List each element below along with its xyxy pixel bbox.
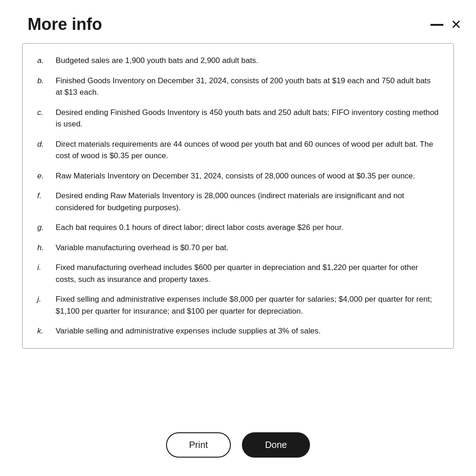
- item-text: Variable manufacturing overhead is $0.70…: [56, 242, 229, 254]
- done-button[interactable]: Done: [242, 432, 310, 458]
- list-item: e.Raw Materials Inventory on December 31…: [37, 170, 439, 182]
- list-item: b.Finished Goods Inventory on December 3…: [37, 75, 439, 98]
- list-item: d.Direct materials requirements are 44 o…: [37, 138, 439, 162]
- list-item: j.Fixed selling and administrative expen…: [37, 293, 439, 317]
- item-label: f.: [37, 190, 48, 213]
- page-title: More info: [28, 15, 102, 34]
- item-label: j.: [37, 293, 48, 317]
- item-text: Variable selling and administrative expe…: [56, 325, 321, 337]
- item-text: Budgeted sales are 1,900 youth bats and …: [56, 55, 258, 67]
- window-controls: ✕: [430, 15, 461, 31]
- list-item: c.Desired ending Finished Goods Inventor…: [37, 107, 439, 130]
- item-label: g.: [37, 222, 48, 234]
- list-item: h.Variable manufacturing overhead is $0.…: [37, 242, 439, 254]
- item-label: a.: [37, 55, 48, 67]
- list-item: k.Variable selling and administrative ex…: [37, 325, 439, 337]
- list-item: i.Fixed manufacturing overhead includes …: [37, 262, 439, 285]
- item-label: h.: [37, 242, 48, 254]
- item-text: Raw Materials Inventory on December 31, …: [56, 170, 415, 182]
- content-area: a.Budgeted sales are 1,900 youth bats an…: [0, 43, 476, 410]
- button-area: Print Done: [0, 410, 476, 476]
- print-button[interactable]: Print: [166, 432, 231, 458]
- item-label: d.: [37, 138, 48, 162]
- list-item: a.Budgeted sales are 1,900 youth bats an…: [37, 55, 439, 67]
- item-label: c.: [37, 107, 48, 130]
- item-text: Desired ending Finished Goods Inventory …: [56, 107, 439, 130]
- list-item: g.Each bat requires 0.1 hours of direct …: [37, 222, 439, 234]
- item-text: Fixed selling and administrative expense…: [56, 293, 439, 317]
- item-text: Direct materials requirements are 44 oun…: [56, 138, 439, 162]
- item-text: Finished Goods Inventory on December 31,…: [56, 75, 439, 98]
- close-button[interactable]: ✕: [451, 18, 461, 31]
- item-label: i.: [37, 262, 48, 285]
- item-label: k.: [37, 325, 48, 337]
- info-list: a.Budgeted sales are 1,900 youth bats an…: [37, 55, 439, 337]
- list-item: f.Desired ending Raw Materials Inventory…: [37, 190, 439, 213]
- item-label: b.: [37, 75, 48, 98]
- item-label: e.: [37, 170, 48, 182]
- item-text: Each bat requires 0.1 hours of direct la…: [56, 222, 344, 234]
- minimize-button[interactable]: [430, 24, 443, 26]
- info-box: a.Budgeted sales are 1,900 youth bats an…: [22, 43, 454, 349]
- item-text: Fixed manufacturing overhead includes $6…: [56, 262, 439, 285]
- item-text: Desired ending Raw Materials Inventory i…: [56, 190, 439, 213]
